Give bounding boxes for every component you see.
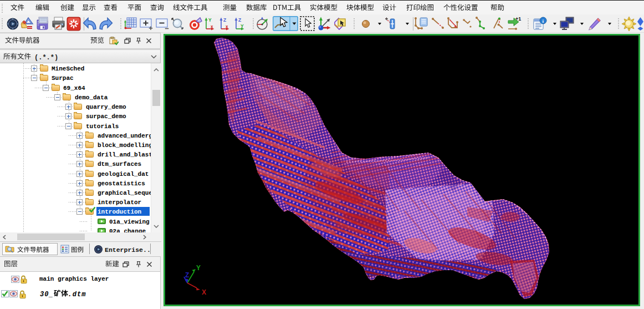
svg-text:Y: Y (196, 264, 201, 272)
svg-text:Y: Y (241, 23, 244, 29)
svg-text:X: X (202, 288, 206, 296)
svg-text:Z: Z (185, 271, 189, 279)
svg-text:Z: Z (238, 17, 241, 23)
svg-text:+1: +1 (515, 17, 521, 22)
svg-text:Z: Z (223, 17, 226, 23)
svg-text:Y: Y (208, 17, 212, 23)
svg-text:x: x (211, 24, 213, 29)
svg-text:x: x (226, 24, 228, 29)
